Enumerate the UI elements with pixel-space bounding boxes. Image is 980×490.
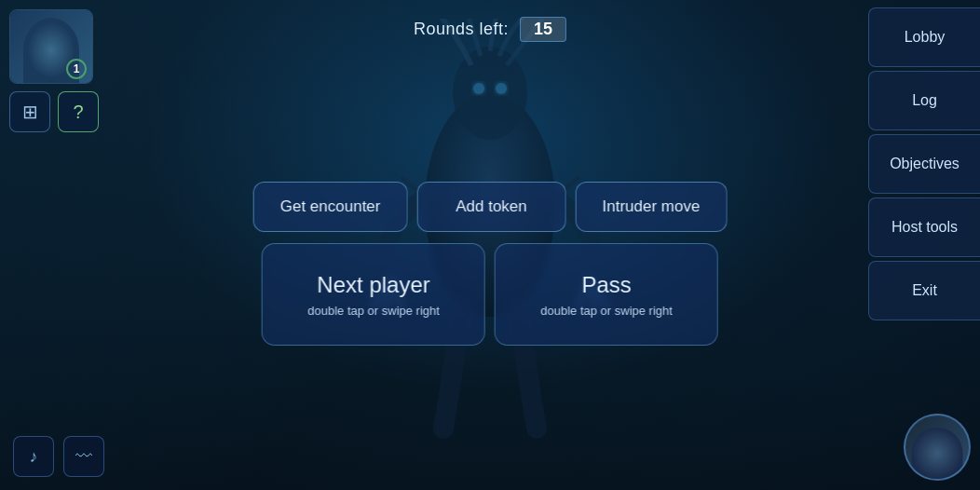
svg-point-3 bbox=[496, 83, 507, 94]
player-number: 1 bbox=[66, 59, 87, 79]
get-encounter-button[interactable]: Get encounter bbox=[253, 182, 408, 232]
exit-button[interactable]: Exit bbox=[868, 261, 980, 320]
top-action-row: Get encounter Add token Intruder move bbox=[253, 182, 728, 232]
gamepad-button[interactable]: ⊞ bbox=[9, 91, 50, 132]
rounds-bar: Rounds left: 15 bbox=[414, 17, 566, 42]
help-button[interactable]: ? bbox=[58, 91, 99, 132]
svg-point-1 bbox=[453, 47, 527, 140]
objectives-button[interactable]: Objectives bbox=[868, 134, 980, 194]
host-tools-button[interactable]: Host tools bbox=[868, 197, 980, 257]
lobby-button[interactable]: Lobby bbox=[868, 7, 980, 67]
rounds-value: 15 bbox=[520, 17, 566, 42]
next-player-button[interactable]: Next player double tap or swipe right bbox=[262, 243, 485, 346]
intruder-move-button[interactable]: Intruder move bbox=[575, 182, 727, 232]
left-panel: 1 ⊞ ? bbox=[9, 9, 99, 132]
log-button[interactable]: Log bbox=[868, 71, 980, 130]
next-player-title: Next player bbox=[317, 272, 429, 298]
pass-button[interactable]: Pass double tap or swipe right bbox=[495, 243, 718, 346]
music-button[interactable]: ♪ bbox=[13, 436, 54, 477]
pass-subtitle: double tap or swipe right bbox=[540, 304, 673, 318]
pass-title: Pass bbox=[581, 272, 631, 298]
right-panel: Lobby Log Objectives Host tools Exit bbox=[868, 0, 980, 490]
main-actions: Get encounter Add token Intruder move Ne… bbox=[253, 182, 728, 346]
next-player-subtitle: double tap or swipe right bbox=[307, 304, 440, 318]
gamepad-icon: ⊞ bbox=[22, 101, 38, 123]
music-icon: ♪ bbox=[30, 447, 38, 467]
help-icon: ? bbox=[73, 102, 83, 123]
player-avatar: 1 bbox=[9, 9, 93, 84]
rounds-label: Rounds left: bbox=[414, 20, 509, 39]
svg-point-2 bbox=[473, 83, 484, 94]
audio-button[interactable]: 〰 bbox=[63, 436, 104, 477]
bottom-action-row: Next player double tap or swipe right Pa… bbox=[262, 243, 718, 346]
bottom-left-controls: ♪ 〰 bbox=[13, 436, 104, 477]
waveform-icon: 〰 bbox=[75, 447, 92, 467]
icon-buttons: ⊞ ? bbox=[9, 91, 99, 132]
add-token-button[interactable]: Add token bbox=[416, 182, 565, 232]
